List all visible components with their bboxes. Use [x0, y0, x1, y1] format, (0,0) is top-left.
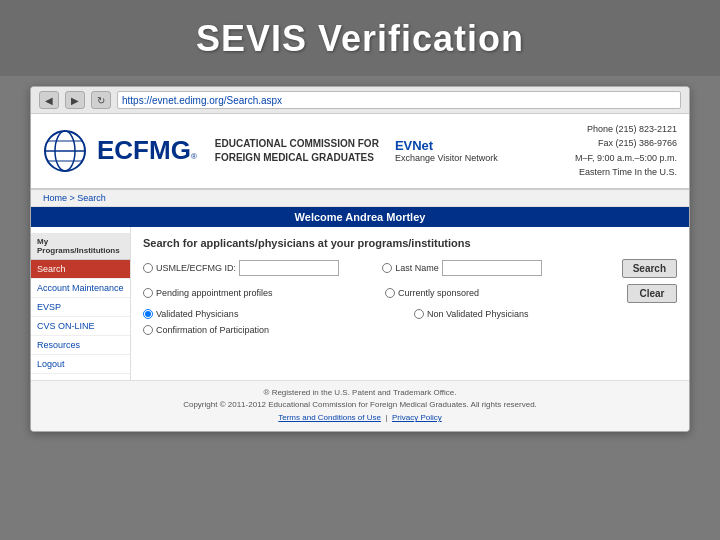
clear-button[interactable]: Clear	[627, 284, 677, 303]
search-row-4: Confirmation of Participation	[143, 325, 677, 335]
sidebar-item-resources[interactable]: Resources	[31, 336, 130, 355]
pending-label: Pending appointment profiles	[156, 288, 273, 298]
nonvalidated-radio[interactable]	[414, 309, 424, 319]
ecfmg-header: ECFMG ® EDUCATIONAL COMMISSION FOR FOREI…	[31, 114, 689, 190]
globe-icon	[43, 129, 87, 173]
footer: ® Registered in the U.S. Patent and Trad…	[31, 380, 689, 431]
main-content: My Programs/Institutions Search Account …	[31, 227, 689, 380]
org-line2: FOREIGN MEDICAL GRADUATES	[215, 151, 379, 165]
confirmation-radio-group: Confirmation of Participation	[143, 325, 677, 335]
validated-label: Validated Physicians	[156, 309, 238, 319]
confirmation-radio[interactable]	[143, 325, 153, 335]
validated-radio[interactable]	[143, 309, 153, 319]
footer-line2: Copyright © 2011-2012 Educational Commis…	[43, 399, 677, 412]
usmle-radio[interactable]	[143, 263, 153, 273]
sidebar-item-logout[interactable]: Logout	[31, 355, 130, 374]
privacy-link[interactable]: Privacy Policy	[392, 413, 442, 422]
breadcrumb: Home > Search	[31, 190, 689, 207]
sidebar-item-evsp[interactable]: EVSP	[31, 298, 130, 317]
org-name: EDUCATIONAL COMMISSION FOR FOREIGN MEDIC…	[215, 137, 379, 165]
pending-radio-group: Pending appointment profiles	[143, 288, 377, 298]
confirmation-label: Confirmation of Participation	[156, 325, 269, 335]
search-row-2: Pending appointment profiles Currently s…	[143, 284, 677, 303]
phone-text: Phone (215) 823-2121	[575, 122, 677, 136]
search-area: Search for applicants/physicians at your…	[131, 227, 689, 380]
lastname-radio[interactable]	[382, 263, 392, 273]
contact-info: Phone (215) 823-2121 Fax (215) 386-9766 …	[575, 122, 677, 180]
sidebar-item-account[interactable]: Account Maintenance	[31, 279, 130, 298]
fax-text: Fax (215) 386-9766	[575, 136, 677, 150]
hours-text: M–F, 9:00 a.m.–5:00 p.m.	[575, 151, 677, 165]
sidebar-title: My Programs/Institutions	[31, 233, 130, 260]
address-bar: ◀ ▶ ↻	[31, 87, 689, 114]
page-title: SEVIS Verification	[0, 18, 720, 60]
usmle-label: USMLE/ECFMG ID:	[156, 263, 236, 273]
sidebar-item-cvs[interactable]: CVS ON-LINE	[31, 317, 130, 336]
url-bar[interactable]	[117, 91, 681, 109]
validated-radio-group: Validated Physicians	[143, 309, 406, 319]
back-button[interactable]: ◀	[39, 91, 59, 109]
refresh-button[interactable]: ↻	[91, 91, 111, 109]
terms-link[interactable]: Terms and Conditions of Use	[278, 413, 381, 422]
sponsored-radio[interactable]	[385, 288, 395, 298]
lastname-radio-group: Last Name	[382, 260, 613, 276]
evnet-label: EVNet	[395, 138, 498, 153]
logo-section: ECFMG ® EDUCATIONAL COMMISSION FOR FOREI…	[43, 129, 498, 173]
lastname-input[interactable]	[442, 260, 542, 276]
org-line1: EDUCATIONAL COMMISSION FOR	[215, 137, 379, 151]
ecfmg-registered: ®	[191, 152, 197, 161]
usmle-input[interactable]	[239, 260, 339, 276]
sidebar: My Programs/Institutions Search Account …	[31, 227, 131, 380]
evnet-section: EVNet Exchange Visitor Network	[395, 138, 498, 163]
search-row-3: Validated Physicians Non Validated Physi…	[143, 309, 677, 319]
welcome-bar: Welcome Andrea Mortley	[31, 207, 689, 227]
search-title: Search for applicants/physicians at your…	[143, 237, 677, 249]
sponsored-radio-group: Currently sponsored	[385, 288, 619, 298]
sponsored-label: Currently sponsored	[398, 288, 479, 298]
welcome-text: Welcome Andrea Mortley	[295, 211, 426, 223]
search-button[interactable]: Search	[622, 259, 677, 278]
search-row-1: USMLE/ECFMG ID: Last Name Search	[143, 259, 677, 278]
sidebar-item-search[interactable]: Search	[31, 260, 130, 279]
nonvalidated-label: Non Validated Physicians	[427, 309, 528, 319]
breadcrumb-text: Home > Search	[43, 193, 106, 203]
nonvalidated-radio-group: Non Validated Physicians	[414, 309, 677, 319]
usmle-radio-group: USMLE/ECFMG ID:	[143, 260, 374, 276]
footer-links: Terms and Conditions of Use | Privacy Po…	[43, 412, 677, 425]
evnet-sub: Exchange Visitor Network	[395, 153, 498, 163]
lastname-label: Last Name	[395, 263, 439, 273]
pending-radio[interactable]	[143, 288, 153, 298]
footer-line1: ® Registered in the U.S. Patent and Trad…	[43, 387, 677, 400]
ecfmg-logo-text: ECFMG	[97, 135, 191, 166]
title-bar: SEVIS Verification	[0, 0, 720, 76]
timezone-text: Eastern Time In the U.S.	[575, 165, 677, 179]
forward-button[interactable]: ▶	[65, 91, 85, 109]
browser-window: ◀ ▶ ↻ ECFMG ® EDUCATIONAL COMMISSION FOR…	[30, 86, 690, 432]
